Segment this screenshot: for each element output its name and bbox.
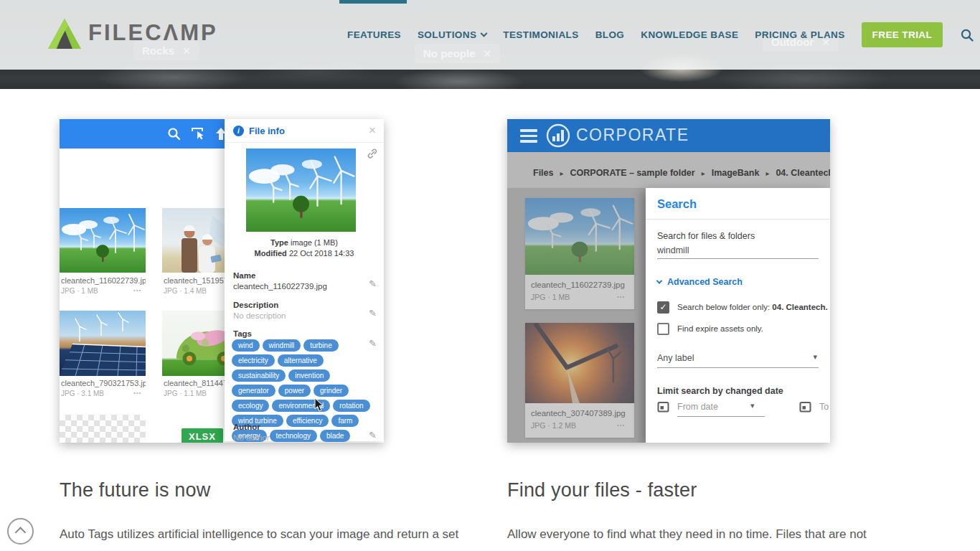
logo-text: FILECΛMP: [88, 17, 218, 49]
corporate-brand-text: CORPORATE: [576, 126, 689, 145]
search-field-label: Search for files & folders: [657, 231, 755, 241]
tag-pill[interactable]: windmill: [263, 339, 301, 352]
tag-pill[interactable]: alternative: [278, 354, 324, 367]
tag-pill[interactable]: efficiency: [286, 415, 329, 427]
file-modified-line: Modified 22 Oct 2018 14:33: [225, 249, 384, 258]
filecamp-logo[interactable]: FILECΛMP: [48, 17, 218, 49]
tag-pill[interactable]: electricity: [232, 354, 275, 367]
nav-blog[interactable]: BLOG: [595, 29, 625, 40]
move-files-icon[interactable]: [191, 127, 205, 141]
file-meta: JPG · 1.4 MB: [164, 287, 207, 295]
edit-icon[interactable]: ✎: [369, 278, 377, 289]
tag-pill[interactable]: wind: [232, 339, 260, 352]
tag-pill[interactable]: turbine: [303, 339, 339, 352]
search-panel: Search Search for files & folders windmi…: [646, 188, 830, 443]
search-input[interactable]: windmill: [657, 245, 689, 255]
dropdown-arrow-icon[interactable]: ▾: [750, 401, 755, 410]
description-label: Description: [233, 301, 278, 309]
filecamp-features-page: Rocks ✕ No people ✕ Outdoor ✕ FILECΛMP F…: [0, 0, 980, 551]
section-title-left: The future is now: [60, 479, 211, 501]
mouse-cursor: [314, 398, 324, 412]
file-thumbnail-transparent[interactable]: [60, 415, 146, 443]
autotags-app-screenshot: cleantech_116022739.jpg JPG · 1 MB ••• c…: [60, 119, 384, 443]
checkbox-find-expire-assets-label: Find expire assets only.: [677, 324, 763, 333]
section-title-right: Find your files - faster: [507, 479, 697, 501]
chevron-down-icon: [656, 278, 662, 283]
breadcrumb-separator-icon: ▸: [560, 169, 564, 177]
file-meta: JPG · 1.1 MB: [164, 390, 207, 397]
date-section-label: Limit search by changed date: [657, 386, 783, 396]
breadcrumb: Files▸CORPORATE – sample folder▸ImageBan…: [533, 168, 830, 178]
from-date-select[interactable]: From date: [677, 402, 718, 412]
more-options-icon[interactable]: •••: [133, 287, 141, 293]
file-name: cleantech_8114477: [164, 379, 225, 387]
author-value: No author: [233, 433, 270, 442]
edit-icon[interactable]: ✎: [369, 430, 377, 441]
tag-pill[interactable]: blade: [320, 430, 350, 442]
file-info-title: File info: [249, 126, 285, 136]
close-icon[interactable]: ×: [369, 123, 376, 138]
section-body-right: Allow everyone to find what they need in…: [507, 527, 867, 542]
link-icon[interactable]: [367, 149, 377, 161]
file-preview-image[interactable]: [246, 149, 356, 232]
nav-pricing-plans[interactable]: PRICING & PLANS: [755, 29, 844, 40]
more-options-icon[interactable]: •••: [133, 390, 141, 396]
file-name: cleantech_116022739.jpg: [61, 276, 146, 285]
breadcrumb-item[interactable]: Files: [533, 168, 554, 178]
nav-testimonials[interactable]: TESTIMONIALS: [503, 29, 578, 40]
nav-knowledge-base[interactable]: KNOWLEDGE BASE: [641, 29, 738, 40]
divider: [646, 219, 830, 220]
breadcrumb-separator-icon: ▸: [765, 169, 769, 177]
search-icon[interactable]: [961, 29, 974, 42]
tag-pill[interactable]: farm: [331, 415, 359, 427]
name-value: cleantech_116022739.jpg: [233, 282, 327, 291]
calendar-icon[interactable]: [799, 400, 811, 413]
menu-icon[interactable]: [520, 129, 537, 146]
label-filter-select[interactable]: Any label: [657, 353, 694, 363]
checkbox-search-below-folder[interactable]: ✓: [657, 301, 669, 314]
search-panel-title: Search: [657, 197, 697, 211]
nav-features[interactable]: FEATURES: [347, 29, 401, 40]
tag-pill[interactable]: ecology: [232, 400, 269, 412]
input-underline: [657, 367, 819, 368]
filecamp-logo-icon: [48, 17, 81, 49]
input-underline: [677, 416, 765, 417]
breadcrumb-item[interactable]: 04. Cleantech: [776, 168, 830, 178]
search-app-screenshot: CORPORATE Files▸CORPORATE – sample folde…: [507, 119, 830, 443]
author-label: Author: [233, 423, 260, 431]
info-icon: i: [233, 126, 244, 136]
dropdown-arrow-icon[interactable]: ▾: [813, 352, 817, 362]
advanced-search-toggle[interactable]: Advanced Search: [657, 277, 743, 287]
tags-label: Tags: [233, 329, 252, 338]
to-date-select[interactable]: To: [819, 402, 829, 412]
breadcrumb-item[interactable]: CORPORATE – sample folder: [570, 168, 695, 178]
tag-pill[interactable]: grinder: [314, 385, 349, 397]
tag-pill[interactable]: invention: [288, 369, 330, 382]
tag-pill[interactable]: rotation: [333, 400, 369, 412]
chevron-up-icon: [15, 527, 27, 538]
breadcrumb-separator-icon: ▸: [702, 169, 705, 177]
file-info-header: i File info ×: [225, 119, 384, 143]
scroll-to-top-button[interactable]: [7, 518, 34, 545]
file-type-line: Type image (1 MB): [225, 238, 384, 247]
search-icon[interactable]: [167, 127, 181, 141]
calendar-icon[interactable]: [657, 400, 669, 413]
chevron-down-icon: [481, 30, 488, 37]
edit-icon[interactable]: ✎: [369, 308, 377, 319]
name-label: Name: [233, 271, 255, 280]
corporate-app-header: CORPORATE: [507, 119, 830, 152]
tag-pill[interactable]: generator: [232, 385, 275, 397]
tag-pill[interactable]: sustainability: [232, 369, 286, 382]
file-info-panel: i File info ×: [225, 119, 384, 441]
breadcrumb-item[interactable]: ImageBank: [712, 168, 760, 178]
description-value: No description: [233, 311, 286, 320]
tag-pill[interactable]: power: [278, 385, 311, 397]
section-body-left: Auto Tags utilizes artificial intelligen…: [60, 527, 458, 542]
checkbox-find-expire-assets[interactable]: [657, 323, 669, 335]
free-trial-button[interactable]: FREE TRIAL: [862, 22, 943, 47]
site-header: FILECΛMP FEATURES SOLUTIONS TESTIMONIALS…: [0, 0, 980, 70]
file-name: cleantech_790321753.jpg: [61, 379, 146, 387]
nav-solutions[interactable]: SOLUTIONS: [418, 29, 486, 40]
dim-overlay: [507, 188, 646, 443]
tag-pill[interactable]: technology: [270, 430, 317, 442]
